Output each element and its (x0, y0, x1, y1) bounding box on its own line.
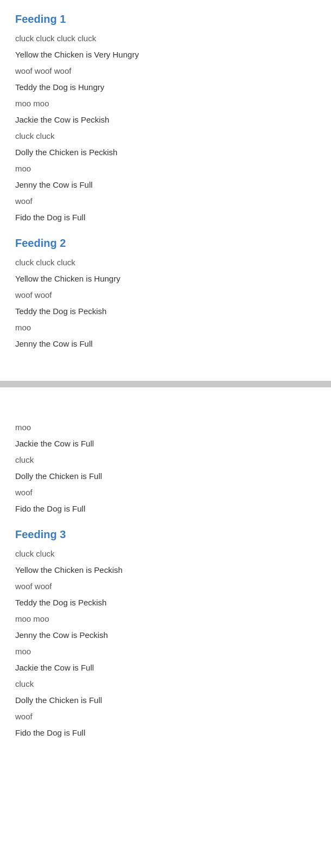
line-item: Jackie the Cow is Full (15, 661, 316, 674)
line-item: Jackie the Cow is Full (15, 437, 316, 450)
line-item: Teddy the Dog is Peckish (15, 596, 316, 609)
line-item: Jenny the Cow is Full (15, 178, 316, 192)
line-item: Yellow the Chicken is Hungry (15, 272, 316, 285)
line-item: woof woof (15, 580, 316, 593)
line-item: Fido the Dog is Full (15, 502, 316, 515)
line-item: woof woof woof (15, 65, 316, 78)
line-item: woof (15, 710, 316, 723)
line-item: Dolly the Chicken is Peckish (15, 146, 316, 159)
line-item: moo (15, 162, 316, 175)
line-item: cluck cluck (15, 547, 316, 560)
page-content-continued: moo Jackie the Cow is Full cluck Dolly t… (0, 396, 331, 761)
line-item: Jenny the Cow is Full (15, 337, 316, 350)
feeding-1-title: Feeding 1 (15, 13, 316, 25)
line-item: moo (15, 321, 316, 334)
line-item: Jenny the Cow is Peckish (15, 629, 316, 642)
line-item: cluck cluck (15, 130, 316, 143)
line-item: Teddy the Dog is Peckish (15, 305, 316, 318)
line-item: Dolly the Chicken is Full (15, 694, 316, 707)
feeding-2-title: Feeding 2 (15, 237, 316, 250)
line-item: moo moo (15, 612, 316, 626)
line-item: woof (15, 195, 316, 208)
line-item: Jackie the Cow is Peckish (15, 113, 316, 126)
line-item: cluck (15, 454, 316, 467)
feeding-2-continuation: moo Jackie the Cow is Full cluck Dolly t… (15, 405, 316, 515)
line-item: cluck (15, 678, 316, 691)
line-item: woof (15, 486, 316, 499)
line-item: Yellow the Chicken is Peckish (15, 564, 316, 577)
feeding-section-2: Feeding 2 cluck cluck cluck Yellow the C… (15, 237, 316, 350)
line-item: moo moo (15, 97, 316, 110)
divider[interactable] (0, 381, 331, 387)
line-item: cluck cluck cluck (15, 256, 316, 269)
line-item: moo (15, 645, 316, 658)
line-item: Fido the Dog is Full (15, 726, 316, 739)
feeding-section-1: Feeding 1 cluck cluck cluck cluck Yellow… (15, 13, 316, 224)
line-item: woof woof (15, 289, 316, 302)
line-item: Fido the Dog is Full (15, 211, 316, 224)
line-item: Yellow the Chicken is Very Hungry (15, 48, 316, 61)
line-item: cluck cluck cluck cluck (15, 32, 316, 45)
feeding-3-title: Feeding 3 (15, 528, 316, 541)
feeding-section-3: Feeding 3 cluck cluck Yellow the Chicken… (15, 528, 316, 739)
line-item: Teddy the Dog is Hungry (15, 81, 316, 94)
line-item: moo (15, 421, 316, 434)
page-content: Feeding 1 cluck cluck cluck cluck Yellow… (0, 0, 331, 372)
line-item: Dolly the Chicken is Full (15, 470, 316, 483)
